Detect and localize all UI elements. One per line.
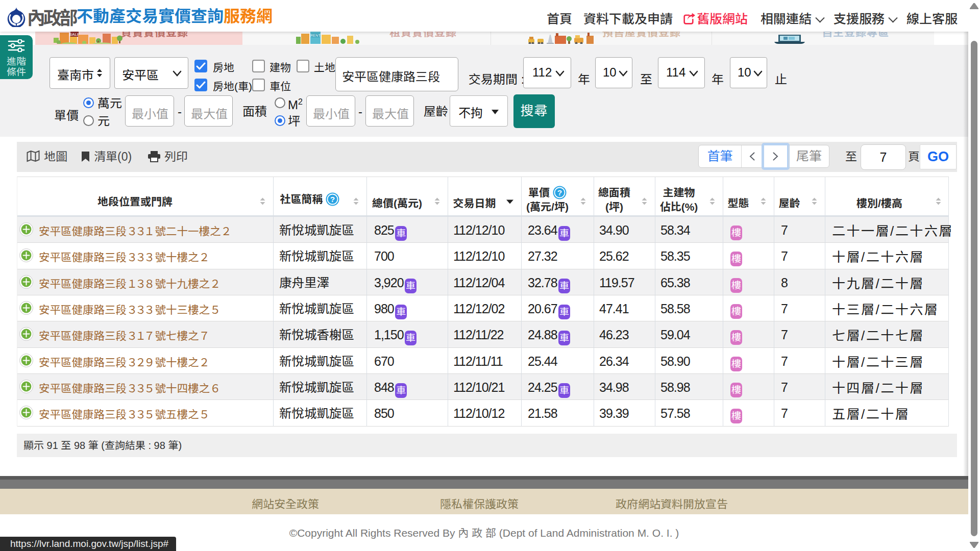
svg-text:?: ? [557, 188, 562, 197]
svg-text:RENT: RENT [310, 34, 321, 37]
svg-text:?: ? [330, 195, 335, 204]
